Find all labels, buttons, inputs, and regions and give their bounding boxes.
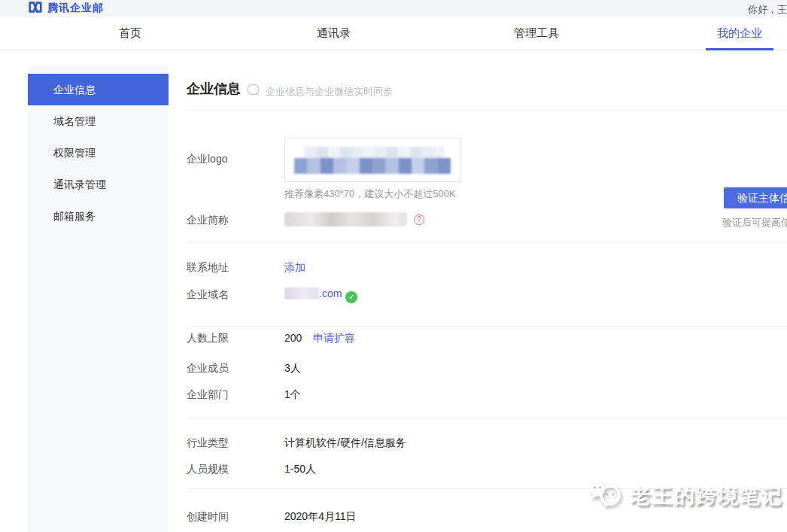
created-time-label: 创建时间 xyxy=(187,510,229,524)
watermark-text: 老王的跨境笔记 xyxy=(631,482,783,509)
chat-bubble-icon xyxy=(246,84,262,100)
industry-label: 行业类型 xyxy=(187,436,229,450)
logo-size-hint: 推荐像素430*70，建议大小不超过500K xyxy=(284,187,456,201)
company-domain-label: 企业域名 xyxy=(187,288,229,302)
brand-name: 腾讯企业邮 xyxy=(47,2,104,15)
company-domain-value: .com✓ xyxy=(284,287,357,303)
topbar: 腾讯企业邮 你好，王 xyxy=(0,0,787,17)
contact-address-label: 联系地址 xyxy=(187,261,229,275)
domain-name-blurred xyxy=(284,287,319,299)
short-name-value-blurred xyxy=(284,212,407,226)
industry-value: 计算机软件/硬件/信息服务 xyxy=(284,436,406,450)
departments-value: 1个 xyxy=(284,388,301,402)
divider xyxy=(187,110,787,111)
watermark-bubbles-icon xyxy=(585,479,623,513)
verified-check-icon: ✓ xyxy=(345,291,357,303)
tab-admin-tools[interactable]: 管理工具 xyxy=(514,17,559,50)
sidebar-item-domain-management[interactable]: 域名管理 xyxy=(28,105,169,137)
sidebar-item-company-info[interactable]: 企业信息 xyxy=(28,74,169,105)
page-title: 企业信息 xyxy=(187,80,241,98)
short-name-label: 企业简称 xyxy=(187,214,229,227)
sidebar-item-contacts-management[interactable]: 通讯录管理 xyxy=(28,169,169,200)
user-greeting: 你好，王 xyxy=(748,3,787,17)
created-time-value: 2020年4月11日 xyxy=(284,510,356,524)
company-logo-label: 企业logo xyxy=(187,153,227,166)
main-nav: 首页 通讯录 管理工具 我的企业 xyxy=(0,17,787,50)
verify-note: 验证后可提高使用 xyxy=(722,216,787,230)
member-limit-label: 人数上限 xyxy=(187,332,229,345)
divider xyxy=(187,418,787,418)
sidebar-item-mailbox-service[interactable]: 邮箱服务 xyxy=(28,200,169,232)
tab-home[interactable]: 首页 xyxy=(119,17,141,50)
verify-subject-button[interactable]: 验证主体信息 xyxy=(724,187,787,208)
brand[interactable]: 腾讯企业邮 xyxy=(28,0,104,17)
company-logo-upload-box[interactable] xyxy=(284,138,461,182)
divider xyxy=(187,488,787,489)
tab-my-company[interactable]: 我的企业 xyxy=(706,17,773,50)
company-logo-image-blurred xyxy=(294,147,451,174)
divider xyxy=(187,242,787,243)
sync-tip-text: 企业信息与企业微信实时同步 xyxy=(266,85,393,99)
sidebar: 企业信息 域名管理 权限管理 通讯录管理 邮箱服务 xyxy=(28,66,169,532)
scale-value: 1-50人 xyxy=(284,463,316,476)
members-value: 3人 xyxy=(284,362,301,375)
watermark: 老王的跨境笔记 xyxy=(585,479,783,513)
apply-expand-link[interactable]: 申请扩容 xyxy=(313,332,355,345)
brand-logo-icon xyxy=(28,1,43,17)
tab-contacts[interactable]: 通讯录 xyxy=(317,17,351,50)
divider xyxy=(187,326,787,327)
members-label: 企业成员 xyxy=(187,362,229,375)
domain-suffix: .com xyxy=(319,287,342,299)
member-limit-value: 200 xyxy=(284,332,302,344)
exmail-admin-page: 腾讯企业邮 你好，王 首页 通讯录 管理工具 我的企业 企业信息 域名管理 权限… xyxy=(0,0,787,532)
scale-label: 人员规模 xyxy=(187,463,229,476)
add-address-link[interactable]: 添加 xyxy=(284,261,305,275)
question-circle-icon[interactable]: ? xyxy=(414,214,424,225)
departments-label: 企业部门 xyxy=(187,388,229,402)
sidebar-item-permission-management[interactable]: 权限管理 xyxy=(28,137,169,169)
